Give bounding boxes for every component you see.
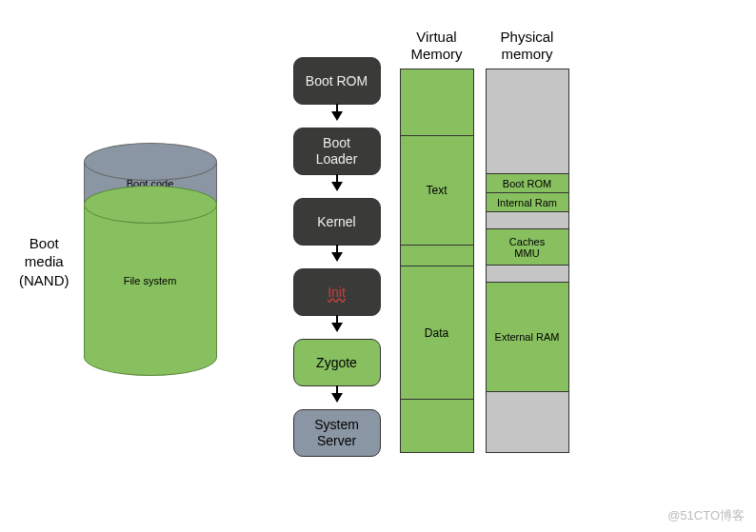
vmem-text-cell: Text xyxy=(401,136,473,246)
boot-media-l1: Boot xyxy=(19,234,70,253)
arrow-icon xyxy=(331,393,343,403)
flow-init: Init xyxy=(293,268,381,316)
pmem-mmu-text: MMU xyxy=(514,247,539,259)
vmem-title-l2: Memory xyxy=(410,46,462,63)
vmem-title-l1: Virtual xyxy=(410,29,462,46)
bootrom-text: Boot ROM xyxy=(306,73,368,89)
boot-media-l3: (NAND) xyxy=(19,271,70,290)
watermark: @51CTO博客 xyxy=(667,507,745,524)
pmem-caches-cell: Caches MMU xyxy=(487,229,568,266)
pmem-title-l1: Physical xyxy=(501,29,554,46)
system-l2: Server xyxy=(314,433,359,449)
bootloader-l1: Boot xyxy=(316,135,358,151)
vmem-top-cell xyxy=(401,69,473,136)
vmem-column: Text Data xyxy=(400,69,474,453)
flow-systemserver: System Server xyxy=(293,409,381,457)
bootloader-l2: Loader xyxy=(316,151,358,167)
virtual-memory-section: Virtual Memory Text Data xyxy=(400,29,474,453)
pmem-grey-3 xyxy=(487,266,568,283)
cylinder-filesystem: File system xyxy=(84,205,217,357)
arrow-icon xyxy=(331,252,343,262)
pmem-column: Boot ROM Internal Ram Caches MMU Externa… xyxy=(486,69,569,453)
boot-media-section: Boot media (NAND) Boot code File system xyxy=(19,143,217,381)
pmem-internalram-cell: Internal Ram xyxy=(487,193,568,212)
vmem-bottom-cell xyxy=(401,400,473,452)
pmem-grey-4 xyxy=(487,392,568,452)
kernel-text: Kernel xyxy=(317,214,355,230)
vmem-data-label: Data xyxy=(425,326,448,340)
flow-zygote: Zygote xyxy=(293,339,381,386)
flow-bootloader: Boot Loader xyxy=(293,128,381,175)
pmem-caches-text: Caches xyxy=(509,236,545,247)
zygote-text: Zygote xyxy=(316,355,357,371)
boot-flow-section: Boot ROM Boot Loader Kernel Init Zygote … xyxy=(293,57,381,457)
boot-media-l2: media xyxy=(19,252,70,271)
cylinder: Boot code File system xyxy=(84,143,217,381)
arrow-icon xyxy=(331,111,343,121)
filesystem-text: File system xyxy=(124,275,177,286)
pmem-title: Physical memory xyxy=(501,29,554,63)
pmem-grey-1 xyxy=(487,69,568,174)
vmem-data-cell: Data xyxy=(401,266,473,400)
physical-memory-section: Physical memory Boot ROM Internal Ram Ca… xyxy=(486,29,569,453)
diagram-container: Boot media (NAND) Boot code File system … xyxy=(0,0,756,485)
vmem-title: Virtual Memory xyxy=(410,29,462,63)
arrow-icon xyxy=(331,323,343,332)
pmem-grey-2 xyxy=(487,212,568,229)
cylinder-mid-ellipse xyxy=(84,186,217,224)
pmem-bootrom-text: Boot ROM xyxy=(503,178,551,189)
cylinder-top-ellipse xyxy=(84,143,217,181)
flow-bootrom: Boot ROM xyxy=(293,57,381,105)
arrow-icon xyxy=(331,182,343,191)
vmem-gap-cell xyxy=(401,246,473,266)
pmem-internalram-text: Internal Ram xyxy=(497,197,557,208)
vmem-text-label: Text xyxy=(426,184,447,197)
boot-media-label: Boot media (NAND) xyxy=(19,234,70,290)
system-l1: System xyxy=(314,417,359,433)
pmem-bootrom-cell: Boot ROM xyxy=(487,174,568,193)
init-text: Init xyxy=(328,285,346,301)
pmem-externalram-cell: External RAM xyxy=(487,283,568,392)
pmem-externalram-text: External RAM xyxy=(495,331,560,343)
pmem-title-l2: memory xyxy=(501,46,554,63)
flow-kernel: Kernel xyxy=(293,198,381,246)
